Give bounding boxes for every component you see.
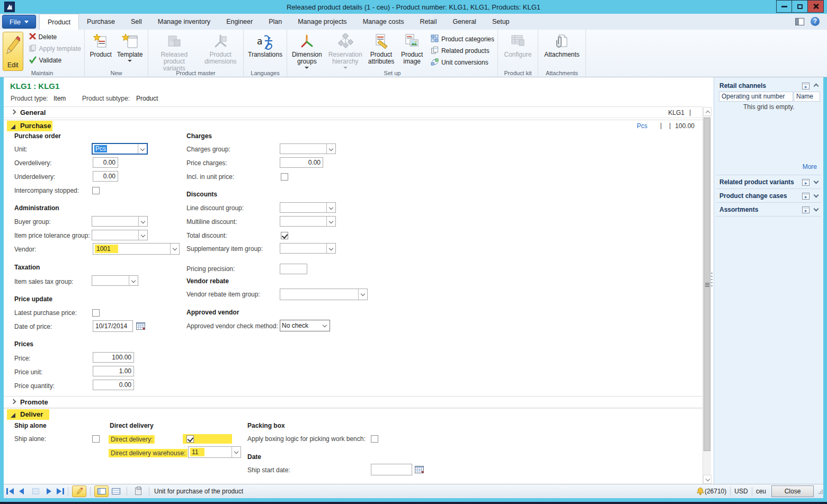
buyer-group-combobox[interactable] <box>92 216 148 227</box>
expand-chevron-icon[interactable] <box>814 179 819 184</box>
unit-combobox[interactable]: Pcs <box>92 143 148 155</box>
vendor-rebate-item-group-combobox[interactable] <box>280 289 368 300</box>
apply-template-button[interactable]: Apply template <box>27 43 83 55</box>
section-header-promote[interactable]: Promote <box>4 396 702 408</box>
product-image-button[interactable]: Product image <box>398 31 426 66</box>
ship-alone-checkbox[interactable] <box>92 435 100 443</box>
scroll-up-button[interactable] <box>703 107 712 116</box>
incl-in-unit-price-checkbox[interactable] <box>281 173 288 181</box>
dropdown-button[interactable] <box>321 320 330 331</box>
underdelivery-input[interactable]: 0.00 <box>93 171 118 182</box>
open-in-window-icon[interactable] <box>802 83 810 89</box>
alerts-count[interactable]: (26710) <box>705 488 726 495</box>
dropdown-button[interactable] <box>170 244 179 254</box>
minimize-button[interactable] <box>776 0 792 13</box>
open-in-window-icon[interactable] <box>802 193 810 200</box>
dropdown-button[interactable] <box>138 144 147 154</box>
latest-purchase-price-checkbox[interactable] <box>92 309 100 317</box>
configure-button[interactable]: Configure <box>502 31 533 59</box>
dimension-groups-button[interactable]: Dimension groups <box>289 31 325 70</box>
maximize-button[interactable] <box>792 0 808 13</box>
grid-column-operating-unit[interactable]: Operating unit number <box>719 92 793 102</box>
open-in-window-icon[interactable] <box>802 206 810 213</box>
file-menu-button[interactable]: File <box>2 15 36 29</box>
expand-chevron-icon[interactable] <box>814 193 819 198</box>
overdelivery-input[interactable]: 0.00 <box>93 157 118 168</box>
help-icon[interactable]: ? <box>811 17 820 26</box>
tab-setup[interactable]: Setup <box>484 14 518 30</box>
factbox-product-change-cases-header[interactable]: Product change cases <box>719 192 787 200</box>
layout-pane-icon[interactable] <box>795 18 804 25</box>
direct-delivery-checkbox[interactable] <box>186 435 194 443</box>
new-product-button[interactable]: Product <box>87 31 113 59</box>
resize-grip[interactable] <box>818 489 823 494</box>
attachments-button[interactable]: Attachments <box>542 31 582 59</box>
dropdown-button[interactable] <box>129 276 138 285</box>
calendar-icon[interactable] <box>136 322 146 330</box>
close-form-button[interactable]: Close <box>771 485 814 497</box>
supplementary-item-group-combobox[interactable] <box>280 243 336 254</box>
collapse-chevron-icon[interactable] <box>814 84 819 89</box>
vendor-combobox[interactable]: 1001 <box>93 243 180 255</box>
translations-button[interactable]: a Translations <box>246 31 284 59</box>
apply-boxing-logic-checkbox[interactable] <box>371 435 378 443</box>
multiline-discount-combobox[interactable] <box>280 216 336 227</box>
previous-record-button[interactable] <box>19 488 24 494</box>
product-dimensions-button[interactable]: Product dimensions <box>199 31 242 66</box>
dropdown-button[interactable] <box>232 447 241 457</box>
section-header-deliver[interactable]: Deliver <box>4 408 702 420</box>
next-record-button[interactable] <box>47 488 51 494</box>
price-unit-input[interactable]: 1.00 <box>93 366 134 376</box>
tab-purchase[interactable]: Purchase <box>79 14 123 30</box>
charges-group-combobox[interactable] <box>280 143 336 154</box>
more-link[interactable]: More <box>803 163 817 170</box>
total-discount-checkbox[interactable] <box>281 232 288 239</box>
dropdown-button[interactable] <box>326 203 335 212</box>
product-attributes-button[interactable]: Product attributes <box>366 31 397 66</box>
item-sales-tax-combobox[interactable] <box>92 275 138 286</box>
item-price-tolerance-combobox[interactable] <box>92 230 148 240</box>
section-header-general[interactable]: General KLG1 | <box>4 106 702 118</box>
last-record-button[interactable] <box>57 488 64 494</box>
dropdown-button[interactable] <box>326 244 335 253</box>
pane-splitter-handle[interactable] <box>711 273 713 286</box>
released-product-variants-button[interactable]: Released product variants <box>150 31 198 73</box>
product-categories-button[interactable]: Product categories <box>429 33 496 45</box>
edit-button[interactable]: Edit <box>3 32 23 71</box>
grid-column-name[interactable]: Name <box>794 92 820 102</box>
calendar-icon[interactable] <box>415 465 424 474</box>
clipboard-button[interactable] <box>131 485 145 497</box>
tab-product[interactable]: Product <box>39 14 79 30</box>
dropdown-button[interactable] <box>138 230 147 240</box>
delete-button[interactable]: Delete <box>27 31 83 43</box>
close-window-button[interactable] <box>808 0 824 13</box>
factbox-retail-channels-header[interactable]: Retail channels <box>719 82 766 89</box>
pricing-precision-input[interactable] <box>280 264 307 274</box>
new-template-button[interactable]: Template <box>115 31 145 63</box>
intercompany-stopped-checkbox[interactable] <box>92 187 100 194</box>
tab-plan[interactable]: Plan <box>261 14 290 30</box>
approved-vendor-check-method-select[interactable]: No check <box>280 320 330 331</box>
vertical-scrollbar[interactable] <box>702 107 711 484</box>
price-charges-input[interactable]: 0.00 <box>280 157 323 168</box>
section-header-purchase[interactable]: Purchase Pcs | | 100.00 <box>4 120 702 131</box>
price-input[interactable]: 100.00 <box>93 352 134 363</box>
scrollbar-thumb[interactable] <box>704 118 710 451</box>
related-products-button[interactable]: Related products <box>429 45 496 57</box>
validate-button[interactable]: Validate <box>27 55 83 66</box>
tab-manage-projects[interactable]: Manage projects <box>290 14 354 30</box>
reservation-hierarchy-button[interactable]: Reservation hierarchy <box>326 31 364 70</box>
tab-sell[interactable]: Sell <box>123 14 150 30</box>
dropdown-button[interactable] <box>138 217 147 226</box>
tab-retail[interactable]: Retail <box>412 14 444 30</box>
grid-view-nav-icon[interactable] <box>32 488 39 494</box>
dropdown-button[interactable] <box>326 144 335 154</box>
dropdown-button[interactable] <box>326 217 335 226</box>
tab-engineer[interactable]: Engineer <box>218 14 261 30</box>
ship-start-date-input[interactable] <box>371 464 412 475</box>
expand-chevron-icon[interactable] <box>814 206 819 212</box>
company-indicator[interactable]: ceu <box>756 488 766 495</box>
grid-view-button[interactable] <box>109 485 123 497</box>
tab-manage-costs[interactable]: Manage costs <box>355 14 412 30</box>
direct-delivery-warehouse-combobox[interactable]: 11 <box>188 446 241 458</box>
